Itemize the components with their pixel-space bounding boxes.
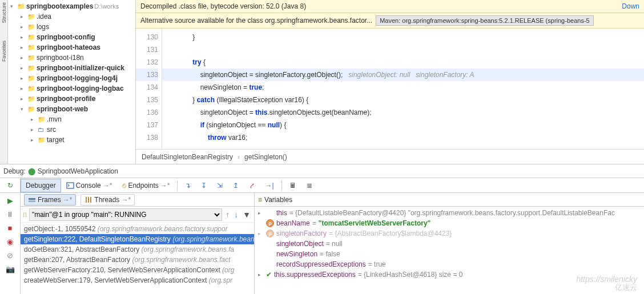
- tree-item-label: src: [47, 126, 56, 134]
- stack-frame[interactable]: getObject:-1, 10559542 (org.springframew…: [21, 224, 254, 234]
- variable-row[interactable]: ▸psingletonFactory = {AbstractBeanFactor…: [255, 228, 644, 239]
- expand-arrow-icon[interactable]: [31, 127, 37, 132]
- svg-rect-0: [67, 183, 74, 188]
- step-over-icon[interactable]: ↴: [180, 179, 196, 192]
- debug-label: Debug:: [3, 167, 26, 175]
- tree-item[interactable]: springboot-config: [8, 32, 135, 42]
- expand-arrow-icon[interactable]: [21, 45, 26, 50]
- tab-debugger[interactable]: Debugger: [21, 179, 61, 192]
- expand-arrow-icon[interactable]: [31, 116, 37, 122]
- run-to-cursor-icon[interactable]: →|: [260, 179, 279, 192]
- debug-target[interactable]: SpringbootWebApplication: [38, 167, 118, 175]
- code-lines[interactable]: } try { singletonObject = singletonFacto…: [162, 29, 644, 149]
- breadcrumb[interactable]: DefaultSingletonBeanRegistry › getSingle…: [136, 149, 644, 164]
- var-kind-icon: p: [266, 219, 274, 227]
- structure-tab[interactable]: Structure: [1, 2, 7, 23]
- breadcrumb-class[interactable]: DefaultSingletonBeanRegistry: [142, 153, 233, 161]
- folder-icon: [27, 95, 35, 103]
- expand-arrow-icon[interactable]: ▸: [258, 210, 264, 216]
- step-into-icon[interactable]: ↧: [196, 179, 212, 192]
- tree-item-label: springboot-hateoas: [37, 43, 100, 51]
- prev-frame-icon[interactable]: ↑: [224, 210, 231, 219]
- tree-item[interactable]: target: [8, 135, 135, 145]
- trace-icon[interactable]: ≣: [301, 179, 317, 192]
- tree-item[interactable]: springboot-i18n: [8, 53, 135, 63]
- variable-name: newSingleton: [276, 250, 317, 258]
- variable-row[interactable]: ▸this = {DefaultListableBeanFactory@4420…: [255, 208, 644, 218]
- tree-item[interactable]: springboot-web: [8, 104, 135, 114]
- stack-frame[interactable]: getWebServerFactory:210, ServletWebServe…: [21, 265, 254, 275]
- code-editor[interactable]: 130131132133134135136137138 } try { sing…: [136, 29, 644, 149]
- expand-arrow-icon[interactable]: [21, 96, 26, 102]
- tab-endpoints[interactable]: ⎋ Endpoints→*: [117, 179, 175, 192]
- pause-icon[interactable]: ⏸: [5, 209, 15, 219]
- view-breakpoints-icon[interactable]: ◉: [5, 236, 15, 247]
- tree-item[interactable]: springboot-profile: [8, 94, 135, 104]
- camera-icon[interactable]: 📷: [5, 264, 15, 274]
- rerun-icon[interactable]: ↻: [7, 182, 13, 190]
- tree-item[interactable]: .mvn: [8, 114, 135, 124]
- tree-item[interactable]: src: [8, 124, 135, 135]
- thread-selector[interactable]: "main"@1 in group "main": RUNNING: [29, 208, 222, 221]
- tree-item[interactable]: springboot-initializer-quick: [8, 63, 135, 73]
- frames-tab[interactable]: Frames→*: [24, 194, 76, 206]
- tree-item-label: springboot-profile: [37, 95, 95, 103]
- step-out-icon[interactable]: ↥: [228, 179, 244, 192]
- tree-item[interactable]: logs: [8, 22, 135, 32]
- expand-arrow-icon[interactable]: ▸: [258, 231, 264, 236]
- tree-item[interactable]: springboot-logging-logbac: [8, 83, 135, 94]
- tab-console[interactable]: Console→*: [61, 179, 118, 192]
- tree-item-label: springboot-initializer-quick: [37, 64, 124, 72]
- expand-arrow-icon[interactable]: [21, 75, 26, 81]
- variable-value: = null: [326, 240, 343, 248]
- resume-icon[interactable]: ▶: [5, 195, 15, 206]
- filter-frames-icon[interactable]: ▼: [242, 210, 252, 219]
- alt-source-button[interactable]: Maven: org.springframework:spring-beans:…: [376, 15, 593, 26]
- expand-arrow-icon[interactable]: [21, 65, 26, 71]
- threads-tab[interactable]: Threads→*: [80, 194, 135, 206]
- expand-arrow-icon[interactable]: [31, 137, 37, 143]
- tree-item[interactable]: springbootexamples D:\works: [8, 1, 135, 11]
- stack-frame[interactable]: doGetBean:321, AbstractBeanFactory (org.…: [21, 244, 254, 255]
- tree-item-label: target: [47, 136, 65, 144]
- tree-item[interactable]: .idea: [8, 11, 135, 22]
- thread-status-icon: ⎍: [23, 211, 27, 219]
- expand-arrow-icon[interactable]: [21, 14, 26, 19]
- folder-icon: [38, 136, 46, 144]
- drop-frame-icon[interactable]: ⤤: [244, 179, 260, 192]
- folder-icon: [27, 33, 35, 41]
- mute-breakpoints-icon[interactable]: ⊘: [5, 250, 15, 260]
- evaluate-expr-icon[interactable]: 🖩: [284, 179, 301, 192]
- project-tree[interactable]: springbootexamples D:\works.idealogsspri…: [8, 0, 136, 164]
- variable-row[interactable]: pbeanName = "tomcatServletWebServerFacto…: [255, 218, 644, 228]
- favorites-tab[interactable]: Favorites: [1, 41, 7, 62]
- frames-list[interactable]: getObject:-1, 10559542 (org.springframew…: [21, 223, 254, 294]
- tree-item-label: springboot-web: [37, 105, 88, 113]
- next-frame-icon[interactable]: ↓: [233, 210, 239, 219]
- download-sources-link[interactable]: Down: [622, 2, 639, 10]
- stack-frame[interactable]: createWebServer:179, ServletWebServerApp…: [21, 275, 254, 285]
- endpoints-icon: ⎋: [122, 182, 126, 190]
- stop-icon[interactable]: ■: [5, 223, 15, 233]
- expand-arrow-icon[interactable]: [21, 55, 26, 61]
- force-step-into-icon[interactable]: ⇲: [212, 179, 228, 192]
- tree-item[interactable]: springboot-hateoas: [8, 42, 135, 53]
- folder-icon: [38, 115, 46, 123]
- expand-arrow-icon[interactable]: [10, 3, 16, 9]
- variable-row[interactable]: recordSuppressedExceptions = true: [255, 259, 644, 269]
- decompiled-banner-text: Decompiled .class file, bytecode version…: [140, 2, 306, 10]
- stack-frame[interactable]: getSingleton:222, DefaultSingletonBeanRe…: [21, 234, 254, 244]
- expand-arrow-icon[interactable]: [21, 106, 26, 112]
- expand-arrow-icon[interactable]: ▸: [258, 272, 264, 277]
- expand-arrow-icon[interactable]: [21, 34, 26, 40]
- expand-arrow-icon[interactable]: [21, 24, 26, 30]
- breadcrumb-method[interactable]: getSingleton(): [244, 153, 287, 161]
- variable-row[interactable]: singletonObject = null: [255, 239, 644, 249]
- variable-value: = {DefaultListableBeanFactory@4420} "org…: [289, 209, 615, 217]
- tree-item[interactable]: springboot-logging-log4j: [8, 73, 135, 83]
- thread-selector-row: ⎍ "main"@1 in group "main": RUNNING ↑ ↓ …: [21, 207, 254, 223]
- variable-row[interactable]: newSingleton = false: [255, 249, 644, 259]
- tree-item-label: .mvn: [47, 115, 62, 123]
- stack-frame[interactable]: getBean:207, AbstractBeanFactory (org.sp…: [21, 255, 254, 265]
- expand-arrow-icon[interactable]: [21, 86, 26, 91]
